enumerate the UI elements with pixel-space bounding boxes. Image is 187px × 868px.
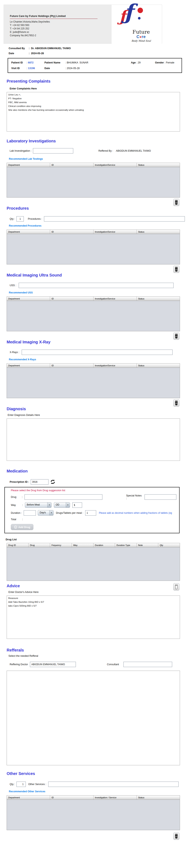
prescription-id-input[interactable] [31,479,48,485]
referrals-title: Refferals [7,648,187,652]
referring-doctor-input[interactable] [30,662,76,667]
xray-table: DepartmentIDInvestigation/ServiceStatus [7,363,180,398]
ultrasound-title: Medical Imaging Ultra Sound [7,273,187,278]
medication-title: Medication [7,469,187,473]
add-drug-button[interactable]: + Add Drug [11,524,33,530]
recommended-procedures-link[interactable]: Recommended Procedures [9,224,187,227]
consulted-by-label: Consulted By [9,47,29,50]
other-services-input[interactable] [48,782,179,787]
referring-doctor-label: Reffering Doctor [10,663,28,666]
prescription-id-label: Prescription ID : [10,480,29,483]
delete-uss-button[interactable] [173,333,179,340]
column-header: ID [50,364,93,368]
consultant-label: Consultant [107,663,119,666]
column-header: Note [137,543,158,547]
drug-list-table-body [7,547,180,581]
way-qty-input[interactable] [72,502,82,508]
trash-icon [174,200,178,205]
delete-lab-button[interactable] [173,199,179,206]
procedures-input[interactable] [44,216,185,221]
drug-label: Drug [11,496,22,498]
recommended-uss-link[interactable]: Recommended USS [9,291,187,294]
refresh-prescription-button[interactable] [50,479,55,485]
duration-unit-select[interactable]: Day/s▼ [38,510,53,516]
special-notes-label: Special Notes : [126,494,143,500]
duration-label: Duration : [11,512,22,514]
uss-input[interactable] [19,283,174,288]
xray-input[interactable] [22,350,173,355]
lab-investigation-input[interactable] [33,148,73,153]
logo-blue-dot-icon [138,17,141,20]
frequency-select[interactable]: OD▼ [54,502,70,508]
column-header: ID [50,163,93,167]
column-header: Investigation/Service [94,163,137,167]
logo-red-dot-icon [138,8,143,13]
lab-table: DepartmentIDInvestigation/ServiceStatus [7,163,180,197]
company-email: E: jude@future.sc [10,30,98,34]
delete-other-services-button[interactable] [173,833,179,840]
logo-text: Future C♥re Body Mind Soul [126,29,156,42]
column-header: Department [7,297,50,301]
drug-suggestion-note: Please select the Drug from Drug suggess… [11,489,176,492]
total-row: Total : [8,518,176,521]
other-services-qty-input[interactable] [16,782,26,787]
duration-row: Duration : Day/s▼ Drugs/Tablets per meal… [8,510,176,516]
total-label: Total [11,518,22,521]
company-number: Company No.8417652-2 [10,34,98,37]
advice-title: Advice [7,584,187,588]
patient-id-value: 6872 [28,61,34,64]
per-meal-input[interactable] [85,510,96,516]
xray-label: X-Rays : [10,351,19,354]
delete-xray-button[interactable] [173,399,179,407]
advice-textarea[interactable]: Reassure Add Tabs Baclofen 10mg BID x 5/… [7,595,180,639]
patient-info-box: Patient ID: 6872 Patient Name: BHUMIKA S… [8,58,182,73]
column-header: Investigation/Service [94,230,137,234]
drug-row: Drug : Special Notes : [8,494,176,500]
column-header: ID [50,796,93,800]
column-header: Duration [94,543,115,547]
column-header: Investigation/Service [94,297,137,301]
column-header: Fequency [50,543,72,547]
procedures-qty-row: Qty : Procedures : [10,216,187,221]
per-meal-label: Drugs/Tablets per meal : [56,512,83,514]
consult-date-value: 2024-05-28 [31,52,44,55]
patient-gender-value: Female [166,61,174,64]
complaints-textarea[interactable]: Urine Leu +, PT- Negative FBC, Mild anem… [7,92,180,131]
diagnosis-textarea[interactable] [7,418,180,461]
procedures-qty-input[interactable] [16,216,24,221]
trash-icon [174,267,178,272]
logo-tagline: Body Mind Soul [126,39,156,42]
delete-procedures-button[interactable] [173,266,179,273]
way-select[interactable]: Before Meal▼ [25,502,51,508]
duration-input[interactable] [24,510,36,516]
delete-drug-button[interactable] [173,583,179,590]
diagnosis-label: Enter Diagnosis Details Here [8,414,187,416]
chevron-down-icon: ▼ [47,502,51,507]
patient-age-value: 29 [138,61,141,64]
diagnosis-title: Diagnosis [7,407,187,411]
trash-icon [174,834,178,839]
consultant-input[interactable] [123,662,172,667]
plus-icon: + [14,526,17,529]
column-header: Status [137,163,180,167]
company-phone-2: T: +24 84 225 252 [10,27,98,30]
recommended-xray-link[interactable]: Recommended X-Rays [9,358,187,361]
patient-id-field: Patient ID: 6872 [11,61,44,64]
consult-date-label: Date [9,52,29,55]
column-header: Status [137,230,180,234]
drug-list-table: Drug IDDrugFequencyWayDurationDuration T… [7,543,180,581]
other-services-qty-label: Qty : [10,783,15,786]
drug-input[interactable] [25,494,102,500]
procedures-table-body [7,234,180,264]
patient-name-value: BHUMIKA SUNAR [67,61,88,64]
column-header: Department [7,163,50,167]
consulted-by-value: Dr. ABIODUN EMMANUEL TAIWO [31,47,71,50]
lab-investigation-label: Lab Investingation : [10,149,31,152]
column-header: Investigation / Service [94,796,137,800]
column-header: Department [7,230,50,234]
recommended-other-services-link[interactable]: Recommended Other Services [9,790,187,793]
reffered-by-value: ABIODUN EMMANUEL TAIWO [116,149,151,152]
column-header: Qty [158,543,180,547]
recommended-lab-link[interactable]: Recommended Lab Testings [9,157,187,160]
special-notes-input[interactable] [145,494,176,500]
